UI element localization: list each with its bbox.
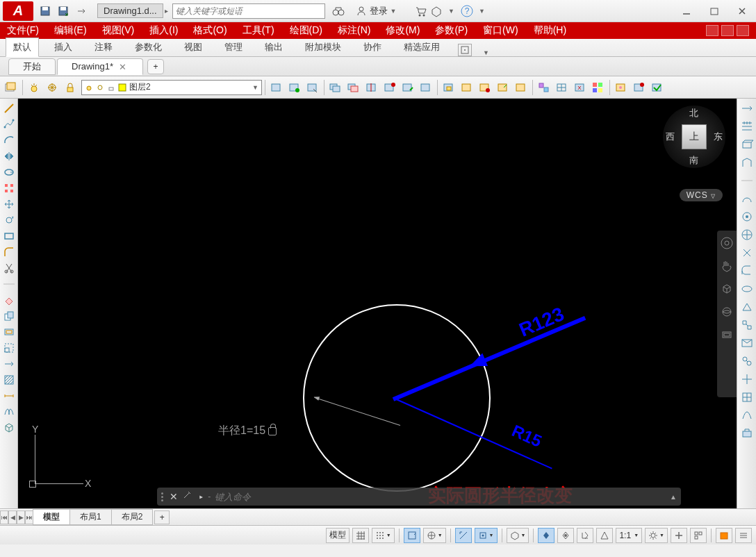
ribbon-tab-default[interactable]: 默认 (6, 38, 39, 57)
sb-infer-icon[interactable] (455, 528, 472, 543)
rt-icon-13[interactable] (740, 336, 754, 350)
rt-icon-5[interactable] (740, 192, 754, 206)
polyline-tool-icon[interactable] (2, 117, 16, 131)
rt-icon-2[interactable] (740, 119, 754, 133)
ribbon-launcher-icon[interactable] (458, 44, 472, 56)
minimize-button[interactable] (673, 1, 700, 21)
tb-icon-11[interactable] (459, 79, 475, 96)
layout-tab-1[interactable]: 布局1 (69, 509, 112, 525)
menu-help[interactable]: 帮助(H) (534, 24, 566, 37)
sb-osnap-icon[interactable]: ▼ (475, 528, 498, 543)
sb-cycle-icon[interactable] (577, 528, 593, 543)
tb-icon-20[interactable] (631, 79, 648, 96)
menu-view[interactable]: 视图(V) (102, 24, 135, 37)
menu-window[interactable]: 窗口(W) (483, 24, 518, 37)
menu-format[interactable]: 格式(O) (193, 24, 227, 37)
cmd-grip-icon[interactable] (161, 492, 165, 501)
rt-icon-16[interactable] (740, 390, 754, 404)
tb-icon-13[interactable] (495, 79, 511, 96)
viewcube-top-face[interactable]: 上 (682, 124, 707, 149)
sb-3dosnap-icon[interactable]: ▼ (507, 528, 529, 543)
tb-icon-5[interactable] (345, 79, 362, 96)
doc-dropdown-icon[interactable]: ▸ (165, 7, 168, 15)
mdi-restore-icon[interactable] (721, 25, 734, 36)
maximize-button[interactable] (700, 1, 728, 21)
menu-file[interactable]: 文件(F) (7, 24, 39, 37)
command-input[interactable] (215, 492, 666, 502)
rt-icon-8[interactable] (740, 246, 754, 260)
rt-icon-18[interactable] (740, 426, 754, 440)
mdi-minimize-icon[interactable] (706, 25, 718, 36)
app-exchange-icon[interactable] (429, 3, 444, 19)
tb-icon-19[interactable] (613, 79, 630, 96)
mirror-tool-icon[interactable] (2, 149, 16, 163)
copy-tool-icon[interactable] (2, 309, 16, 323)
tb-icon-2[interactable] (286, 79, 303, 96)
file-tab-close-icon[interactable]: ✕ (119, 62, 129, 72)
layout-nav-next-icon[interactable]: ▶ (17, 510, 25, 524)
ribbon-tab-addon[interactable]: 附加模块 (298, 38, 348, 56)
drawing-canvas[interactable]: 北 南 西 东 上 WCS ▽ 半径1=15 R123 R15 实际圆形半径改变 (18, 99, 737, 508)
rotate-tool-icon[interactable] (2, 213, 16, 227)
nav-zoom-icon[interactable] (720, 282, 734, 298)
mdi-close-icon[interactable] (737, 25, 749, 36)
rect-tool-icon[interactable] (2, 229, 16, 243)
login-button[interactable]: 登录 ▼ (356, 5, 397, 17)
ellipse-tool-icon[interactable] (2, 165, 16, 179)
nav-showmotion-icon[interactable] (720, 328, 734, 344)
trim-tool-icon[interactable] (2, 261, 16, 275)
layer-selector[interactable]: 图层2 ▼ (81, 80, 262, 95)
cmd-close-icon[interactable]: ✕ (170, 491, 178, 502)
text-tool-icon[interactable] (2, 405, 16, 419)
offset-tool-icon[interactable] (2, 325, 16, 339)
tb-icon-8[interactable] (400, 79, 416, 96)
command-line[interactable]: ✕ ▸ - ▲ (157, 488, 681, 506)
layer-properties-icon[interactable] (3, 79, 19, 96)
ribbon-tab-insert[interactable]: 插入 (47, 38, 79, 56)
sb-clean-icon[interactable] (716, 528, 732, 543)
arc-tool-icon[interactable] (2, 133, 16, 147)
hatch-tool-icon[interactable] (2, 373, 16, 387)
sb-qp-icon[interactable] (690, 528, 707, 543)
tb-icon-21[interactable] (649, 79, 666, 96)
ribbon-tab-view[interactable]: 视图 (177, 38, 209, 56)
menu-draw[interactable]: 绘图(D) (290, 24, 322, 37)
sb-grid-icon[interactable] (352, 528, 369, 543)
binoculars-icon[interactable] (331, 3, 346, 19)
rt-icon-6[interactable] (740, 210, 754, 224)
nav-pan-icon[interactable] (720, 259, 734, 275)
cube-tool-icon[interactable] (2, 421, 16, 435)
rt-icon-10[interactable] (740, 282, 754, 296)
rt-icon-17[interactable] (740, 408, 754, 422)
menu-param[interactable]: 参数(P) (435, 24, 468, 37)
tb-icon-14[interactable] (513, 79, 529, 96)
rt-icon-7[interactable] (740, 228, 754, 242)
ribbon-tab-output[interactable]: 输出 (258, 38, 290, 56)
menu-insert[interactable]: 插入(I) (149, 24, 178, 37)
ribbon-dropdown-icon[interactable]: ▼ (483, 49, 489, 56)
qat-more-icon[interactable] (74, 3, 89, 19)
qat-saveas-icon[interactable] (56, 3, 71, 19)
view-cube[interactable]: 北 南 西 东 上 (663, 106, 725, 168)
tb-icon-3[interactable] (304, 79, 321, 96)
array-tool-icon[interactable] (2, 181, 16, 195)
ribbon-tab-param[interactable]: 参数化 (128, 38, 169, 56)
rt-icon-3[interactable] (740, 138, 754, 151)
line-tool-icon[interactable] (2, 101, 16, 115)
rt-icon-15[interactable] (740, 372, 754, 386)
tb-icon-4[interactable] (327, 79, 344, 96)
layout-nav-first-icon[interactable]: ⏮ (0, 510, 8, 524)
file-tab-drawing1[interactable]: Drawing1* ✕ (57, 58, 143, 75)
tb-icon-10[interactable] (441, 79, 457, 96)
help-dropdown-icon[interactable]: ▼ (475, 3, 490, 19)
dim-tool-icon[interactable] (2, 389, 16, 403)
tb-icon-16[interactable] (554, 79, 570, 96)
rt-icon-12[interactable] (740, 318, 754, 332)
tb-icon-9[interactable] (418, 79, 434, 96)
layout-tab-model[interactable]: 模型 (33, 509, 70, 525)
sb-transparency-icon[interactable] (557, 528, 574, 543)
layout-tab-add-button[interactable]: + (154, 510, 170, 524)
nav-fullnav-icon[interactable] (720, 236, 734, 252)
layer-freeze-icon[interactable] (44, 79, 60, 96)
sb-model-toggle[interactable]: 模型 (326, 528, 350, 543)
